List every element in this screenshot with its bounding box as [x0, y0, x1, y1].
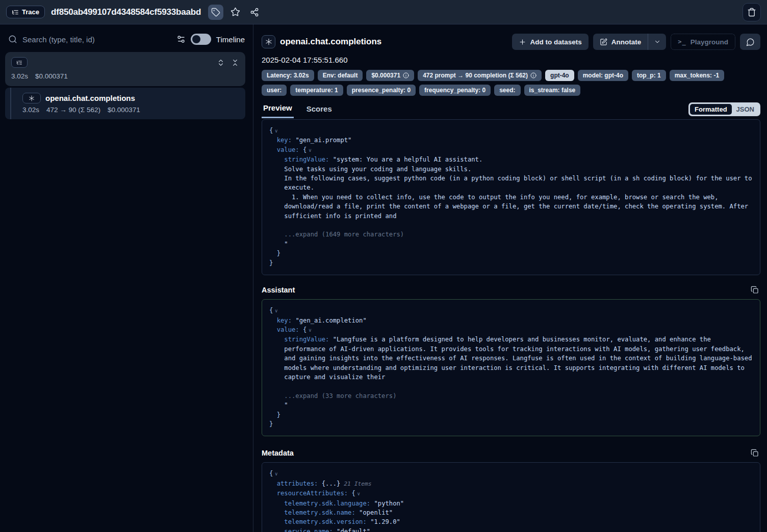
- annotate-dropdown-chevron[interactable]: [648, 34, 666, 50]
- param-badge[interactable]: frequency_penalty: 0: [419, 85, 491, 96]
- observation-title: openai.chat.completions: [45, 94, 135, 102]
- code-line: }: [269, 419, 755, 429]
- metrics-badges-row2: user:temperature: 1presence_penalty: 0fr…: [262, 85, 760, 96]
- add-to-datasets-button[interactable]: Add to datasets: [512, 34, 589, 50]
- tag-button[interactable]: [208, 5, 223, 20]
- trace-type-badge: Trace: [6, 6, 45, 18]
- expand-all-icon[interactable]: [217, 59, 225, 67]
- collapse-chevron-icon[interactable]: ∨: [355, 491, 361, 496]
- comments-button[interactable]: [740, 34, 760, 50]
- delete-trace-button[interactable]: [743, 3, 761, 21]
- code-token: "python": [374, 500, 404, 507]
- param-badge[interactable]: temperature: 1: [290, 85, 343, 96]
- code-line: stringValue: "system: You are a helpful …: [269, 155, 755, 164]
- observation-detail-panel: openai.chat.completions Add to datasets …: [253, 24, 767, 532]
- code-line: In the following cases, suggest python c…: [269, 174, 755, 183]
- param-badge[interactable]: presence_penalty: 0: [347, 85, 416, 96]
- tab-scores[interactable]: Scores: [305, 104, 334, 118]
- format-toggle-json[interactable]: JSON: [732, 104, 759, 115]
- code-token: resourceAttributes:: [269, 490, 351, 497]
- code-token: "Langfuse is a platform designed to help…: [333, 336, 711, 343]
- code-token: telemetry.sdk.name:: [269, 509, 359, 516]
- code-line: { ∨: [269, 469, 755, 478]
- collapse-all-icon[interactable]: [231, 59, 239, 67]
- code-token: "1.29.0": [370, 518, 400, 525]
- completion-json-block: { ∨ key: "gen_ai.completion" value: { ∨ …: [262, 299, 760, 436]
- list-tree-icon: [12, 9, 19, 16]
- code-line: execute.: [269, 183, 755, 192]
- param-badge[interactable]: Env: default: [318, 70, 363, 81]
- code-line: ": [269, 240, 755, 249]
- param-badge[interactable]: Latency: 3.02s: [262, 70, 314, 81]
- code-token: [269, 383, 273, 390]
- prompt-json-block: { ∨ key: "gen_ai.prompt" value: { ∨ stri…: [262, 119, 760, 275]
- param-badge[interactable]: 472 prompt → 90 completion (Σ 562): [418, 70, 542, 81]
- code-token: }: [269, 259, 273, 267]
- code-token: performance of AI-driven applications. I…: [269, 345, 745, 353]
- terminal-icon: >_: [678, 38, 686, 45]
- code-line: telemetry.sdk.version: "1.29.0": [269, 517, 755, 526]
- pen-square-icon: [600, 38, 607, 46]
- collapse-chevron-icon[interactable]: ∨: [273, 128, 278, 134]
- timeline-toggle-label: Timeline: [216, 35, 245, 44]
- code-line: key: "gen_ai.prompt": [269, 136, 755, 145]
- metadata-json-block: { ∨ attributes: {...} 21 Items resourceA…: [262, 462, 760, 532]
- share-button[interactable]: [247, 5, 262, 20]
- code-line: download/read a file, print the content …: [269, 202, 755, 211]
- collapse-chevron-icon[interactable]: ∨: [273, 471, 278, 476]
- comment-bubble-icon: [746, 38, 755, 46]
- star-button[interactable]: [227, 5, 243, 20]
- tree-item-observation[interactable]: openai.chat.completions 3.02s 472 → 90 (…: [5, 88, 245, 119]
- metadata-section-title: Metadata: [262, 449, 294, 457]
- param-badge[interactable]: $0.000371: [366, 70, 414, 81]
- code-line: key: "gen_ai.completion": [269, 316, 755, 325]
- filter-settings-icon[interactable]: [176, 35, 186, 44]
- tab-preview[interactable]: Preview: [262, 103, 294, 118]
- param-badge[interactable]: model: gpt-4o: [578, 70, 628, 81]
- trace-cost: $0.000371: [35, 72, 68, 80]
- code-token: 21 Items: [340, 481, 371, 487]
- code-token: execute.: [269, 184, 314, 191]
- code-line: models where understanding and optimizin…: [269, 363, 755, 373]
- search-input[interactable]: [22, 35, 171, 44]
- expand-link[interactable]: ...expand (33 more characters): [269, 392, 396, 400]
- model-badge[interactable]: gpt-4o: [545, 70, 574, 81]
- expand-link[interactable]: ...expand (1649 more characters): [269, 231, 404, 238]
- page-title: openai.chat.completions: [280, 37, 381, 47]
- code-token: {: [351, 490, 355, 497]
- code-line: ...expand (1649 more characters): [269, 230, 755, 239]
- code-token: value:: [269, 146, 303, 153]
- param-badge[interactable]: user:: [262, 85, 287, 96]
- format-toggle-formatted[interactable]: Formatted: [690, 104, 732, 115]
- copy-assistant-button[interactable]: [751, 286, 759, 294]
- trace-node-icon: [11, 57, 28, 68]
- collapse-chevron-icon[interactable]: ∨: [306, 147, 312, 153]
- observation-timestamp: 2025-02-04 17:55:51.660: [262, 56, 760, 64]
- code-line: stringValue: "Langfuse is a platform des…: [269, 335, 755, 344]
- trace-id: df850ab499107d4348584cf5933baabd: [51, 7, 201, 17]
- param-badge[interactable]: top_p: 1: [632, 70, 666, 81]
- copy-metadata-button[interactable]: [751, 449, 759, 457]
- collapse-chevron-icon[interactable]: ∨: [273, 308, 278, 313]
- timeline-toggle[interactable]: [191, 34, 211, 45]
- annotate-button[interactable]: Annotate: [593, 34, 648, 50]
- code-token: "gen_ai.completion": [295, 317, 366, 324]
- param-badge[interactable]: max_tokens: -1: [670, 70, 724, 81]
- code-line: { ∨: [269, 126, 755, 136]
- code-token: service.name:: [269, 528, 337, 532]
- playground-button[interactable]: >_ Playground: [671, 34, 735, 50]
- trace-tree-root[interactable]: 3.02s $0.000371: [5, 52, 245, 86]
- param-badge[interactable]: is_stream: false: [524, 85, 581, 96]
- param-badge[interactable]: seed:: [494, 85, 520, 96]
- code-line: service.name: "default": [269, 527, 755, 532]
- code-line: [269, 382, 755, 391]
- format-toggle-group: Formatted JSON: [688, 102, 760, 116]
- code-line: }: [269, 249, 755, 258]
- code-token: value:: [269, 326, 303, 333]
- collapse-chevron-icon[interactable]: ∨: [306, 327, 312, 333]
- top-bar: Trace df850ab499107d4348584cf5933baabd: [0, 0, 767, 24]
- code-token: key:: [269, 137, 295, 144]
- code-token: "default": [337, 528, 370, 532]
- code-token: stringValue:: [269, 336, 333, 343]
- code-token: attributes:: [269, 480, 322, 487]
